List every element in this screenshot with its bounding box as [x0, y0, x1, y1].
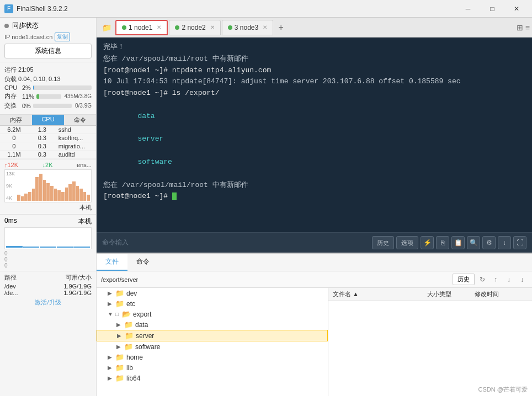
upload-icon[interactable]: ↑ [490, 274, 501, 285]
titlebar: F FinalShell 3.9.2.2 ─ □ ✕ [0, 0, 532, 18]
maximize-button[interactable]: □ [481, 2, 503, 15]
tab-files[interactable]: 文件 [97, 254, 127, 271]
proc-cpu: 0.3 [28, 151, 56, 158]
upgrade-link[interactable]: 激活/升级 [35, 299, 61, 306]
proc-col-cmd[interactable]: 命令 [64, 115, 96, 125]
tab-node1-label: 1 node1 [129, 24, 152, 31]
latency-bar [40, 247, 56, 248]
copy-ip-button[interactable]: 复制 [55, 33, 70, 41]
chart-label-top: 13K [6, 171, 15, 176]
cpu-val: 2% [22, 84, 31, 91]
tab-dot-node1 [122, 25, 126, 30]
paste-button[interactable]: 📋 [451, 236, 465, 249]
download-file-icon[interactable]: ↓ [503, 274, 514, 285]
network-down: ↓2K [42, 162, 53, 168]
file-path-text: /export/server [101, 276, 450, 283]
network-header: ↑12K ↓2K ens... [4, 162, 92, 168]
tab-close-node2[interactable]: ✕ [210, 24, 215, 30]
tree-item-label: export [133, 311, 151, 318]
proc-cpu: 0.3 [28, 134, 56, 142]
network-chart: 13K 9K 4K [4, 169, 92, 202]
tab-dot-node3 [228, 25, 232, 30]
latency-bars [5, 228, 91, 249]
latency-val: 0ms [4, 217, 17, 226]
settings-button[interactable]: ⚙ [482, 236, 496, 249]
new-tab-button[interactable]: + [274, 21, 288, 34]
local-label: 本机 [4, 204, 92, 212]
list-item[interactable]: ▶ 📁 home [97, 352, 328, 362]
chart-label-mid: 9K [6, 183, 15, 189]
terminal[interactable]: 完毕！ 您在 /var/spool/mail/root 中有新邮件 [root@… [97, 38, 532, 232]
history-button[interactable]: 历史 [372, 236, 394, 249]
latency-chart [4, 227, 92, 249]
chart-bar [46, 183, 50, 201]
main-container: 同步状态 IP node1.itcast.cn 复制 系统信息 运行 21:05… [0, 18, 532, 396]
tab-close-node3[interactable]: ✕ [263, 24, 267, 30]
process-table: 内存 CPU 命令 6.2M 1.3 sshd 0 0.3 ksoftirq..… [0, 115, 96, 159]
sysinfo-button[interactable]: 系统信息 [4, 44, 92, 58]
ip-text: IP node1.itcast.cn [4, 34, 52, 40]
swap-val: 0% [22, 103, 31, 109]
refresh-icon[interactable]: ↻ [477, 274, 488, 285]
grid-view-icon[interactable]: ⊞ [517, 23, 523, 32]
list-item[interactable]: ▶ 📁 dev [97, 288, 328, 298]
file-col-date[interactable]: 修改时间 [475, 290, 528, 298]
proc-col-mem[interactable]: 内存 [0, 115, 32, 125]
lightning-button[interactable]: ⚡ [421, 236, 434, 249]
app-icon: F [4, 4, 13, 13]
cpu-bar-fill [33, 85, 34, 90]
delete-icon[interactable]: ↓ [517, 274, 528, 285]
list-item[interactable]: ▶ 📁 data [97, 319, 328, 330]
copy-button[interactable]: ⎘ [436, 236, 449, 249]
minimize-button[interactable]: ─ [457, 2, 479, 15]
expand-icon: ▶ [116, 344, 122, 350]
sync-label: 同步状态 [12, 21, 39, 30]
latency-zeros: 0 [4, 249, 92, 256]
list-item[interactable]: ▶ 📁 software [97, 341, 328, 352]
search-button[interactable]: 🔍 [467, 236, 480, 249]
path-section: 路径 可用/大小 /dev 1.9G/1.9G /de... 1.9G/1.9G… [0, 271, 96, 309]
list-item[interactable]: ▶ 📁 lib [97, 362, 328, 373]
tab-close-node1[interactable]: ✕ [157, 24, 161, 30]
proc-col-cpu[interactable]: CPU [32, 115, 64, 125]
folder-icon-dev: 📁 [115, 289, 124, 297]
options-button[interactable]: 选项 [396, 236, 418, 249]
proc-cmd: auditd [56, 151, 96, 158]
bottom-tab-bar: 文件 命令 [97, 254, 532, 271]
list-item[interactable]: ▶ 📁 server [97, 330, 328, 341]
proc-cmd: migratio... [56, 142, 96, 150]
tab-node2[interactable]: 2 node2 ✕ [169, 20, 220, 35]
file-col-size[interactable]: 大小 [403, 290, 439, 298]
tree-item-label: dev [126, 290, 137, 297]
terminal-line: [root@node1 ~]# ntpdate ntp4.aliyun.com [103, 65, 525, 77]
mem-label: 内存 [4, 92, 20, 100]
fullscreen-button[interactable]: ⛶ [513, 236, 526, 249]
list-item[interactable]: ▼ □ 📂 export [97, 309, 328, 319]
download-button[interactable]: ↓ [498, 236, 511, 249]
tab-node3-label: 3 node3 [235, 24, 258, 31]
folder-icon[interactable]: 📁 [99, 20, 114, 35]
chart-bar [50, 186, 54, 201]
file-col-name[interactable]: 文件名 ▲ [333, 290, 403, 298]
terminal-colored-software: software [137, 158, 172, 166]
close-button[interactable]: ✕ [506, 2, 528, 15]
path-history-button[interactable]: 历史 [453, 274, 475, 285]
tree-item-label: lib64 [126, 374, 140, 382]
chart-bar [21, 196, 24, 201]
tab-node3[interactable]: 3 node3 ✕ [222, 20, 273, 35]
chart-bar [17, 195, 20, 201]
list-item[interactable]: ▶ 📁 lib64 [97, 373, 328, 383]
tab-dot-node2 [175, 25, 179, 30]
file-col-type[interactable]: 类型 [439, 290, 475, 298]
menu-icon[interactable]: ≡ [525, 23, 530, 32]
tree-item-label: software [135, 343, 160, 351]
cpu-stat-row: CPU 2% [4, 84, 92, 91]
command-input[interactable] [102, 239, 368, 247]
chart-bar [24, 194, 28, 201]
expand-icon: ▶ [108, 301, 113, 307]
tab-commands[interactable]: 命令 [127, 254, 158, 271]
table-row: 0 0.3 ksoftirq... [0, 134, 96, 142]
path-col-space: 可用/大小 [66, 274, 92, 282]
list-item[interactable]: ▶ 📁 etc [97, 298, 328, 309]
tab-node1[interactable]: 1 node1 ✕ [115, 20, 168, 35]
